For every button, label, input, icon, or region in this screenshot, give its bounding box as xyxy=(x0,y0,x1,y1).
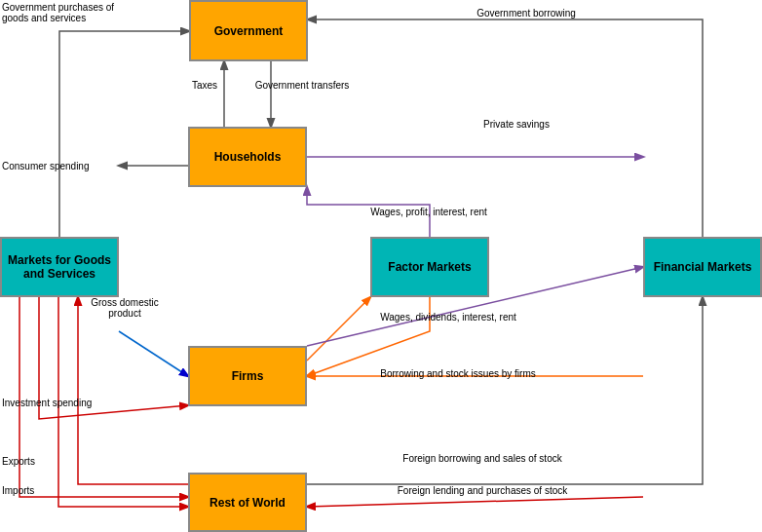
exports-label: Exports xyxy=(2,456,80,467)
taxes-label: Taxes xyxy=(175,80,234,91)
factor-markets-node: Factor Markets xyxy=(370,237,489,297)
investment-spending-label: Investment spending xyxy=(2,398,138,408)
imports-label: Imports xyxy=(2,485,80,496)
financial-markets-node: Financial Markets xyxy=(643,237,762,297)
wages-profit-label: Wages, profit, interest, rent xyxy=(322,207,536,217)
diagram-container: Government Households Markets for Goods … xyxy=(0,0,762,532)
gov-purchases-label: Government purchases ofgoods and service… xyxy=(2,2,187,23)
gov-transfers-label: Government transfers xyxy=(239,80,365,91)
private-savings-label: Private savings xyxy=(390,119,643,130)
markets-goods-node: Markets for Goods and Services xyxy=(0,237,119,297)
households-node: Households xyxy=(188,127,307,187)
borrowing-stock-label: Borrowing and stock issues by firms xyxy=(331,368,585,379)
gross-domestic-label: Gross domesticproduct xyxy=(66,297,183,319)
gov-borrowing-label: Government borrowing xyxy=(419,8,633,19)
wages-dividends-label: Wages, dividends, interest, rent xyxy=(331,312,565,323)
government-node: Government xyxy=(189,0,308,61)
consumer-spending-label: Consumer spending xyxy=(2,161,109,171)
firms-node: Firms xyxy=(188,346,307,406)
foreign-lending-label: Foreign lending and purchases of stock xyxy=(341,485,624,496)
foreign-borrowing-label: Foreign borrowing and sales of stock xyxy=(341,453,624,464)
rest-of-world-node: Rest of World xyxy=(188,473,307,532)
